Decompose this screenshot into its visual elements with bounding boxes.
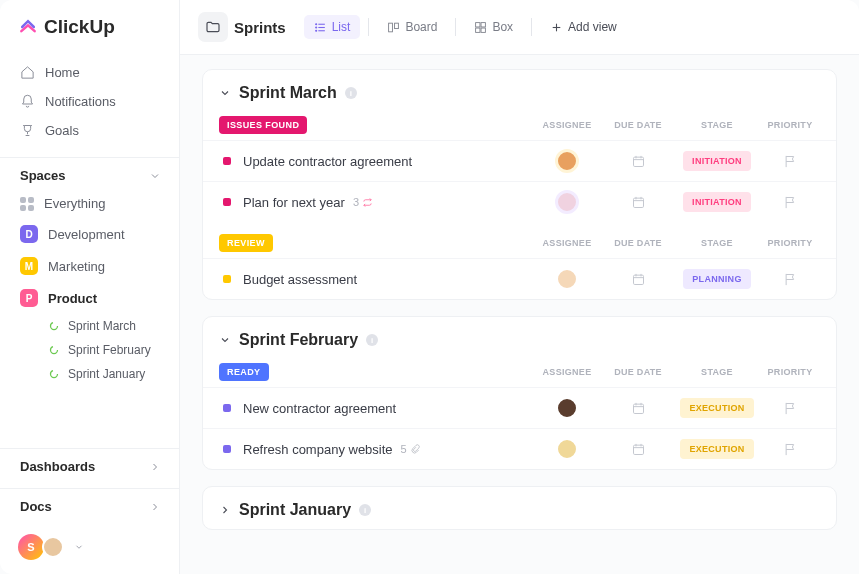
view-tab-board[interactable]: Board — [377, 15, 447, 39]
view-tab-list[interactable]: List — [304, 15, 361, 39]
sprint-icon — [48, 368, 60, 380]
task-assignee[interactable] — [532, 396, 602, 420]
sprint-header[interactable]: Sprint January i — [203, 487, 836, 529]
task-priority[interactable] — [760, 154, 820, 169]
task-assignee[interactable] — [532, 190, 602, 214]
sub-sprint-january[interactable]: Sprint January — [38, 362, 179, 386]
task-due[interactable] — [602, 195, 674, 210]
view-tab-add[interactable]: Add view — [540, 15, 627, 39]
task-priority[interactable] — [760, 195, 820, 210]
task-due[interactable] — [602, 401, 674, 416]
task-priority[interactable] — [760, 401, 820, 416]
info-icon[interactable]: i — [345, 87, 357, 99]
svg-rect-33 — [633, 445, 643, 454]
status-pill[interactable]: ISSUES FOUND — [219, 116, 307, 134]
task-due[interactable] — [602, 272, 674, 287]
task-row[interactable]: Plan for next year3 INITIATION — [203, 181, 836, 222]
repeat-icon — [362, 197, 373, 208]
spaces-header-label: Spaces — [20, 168, 66, 183]
task-row[interactable]: Refresh company website5 EXECUTION — [203, 428, 836, 469]
info-icon[interactable]: i — [366, 334, 378, 346]
task-stage[interactable]: PLANNING — [674, 269, 760, 289]
app-name: ClickUp — [44, 16, 115, 38]
logo[interactable]: ClickUp — [0, 0, 179, 54]
task-assignee[interactable] — [532, 437, 602, 461]
col-priority: PRIORITY — [760, 238, 820, 248]
task-row[interactable]: Update contractor agreement INITIATION — [203, 140, 836, 181]
task-status-square[interactable] — [223, 445, 231, 453]
avatar — [555, 190, 579, 214]
svg-rect-10 — [395, 23, 399, 28]
nav-notifications[interactable]: Notifications — [10, 87, 169, 116]
space-marketing[interactable]: M Marketing — [0, 250, 179, 282]
svg-point-7 — [315, 26, 316, 27]
space-product[interactable]: P Product — [0, 282, 179, 314]
sprint-header[interactable]: Sprint February i — [203, 317, 836, 359]
svg-point-2 — [51, 371, 58, 378]
sprint-card: Sprint February i READY ASSIGNEE DUE DAT… — [202, 316, 837, 470]
info-icon[interactable]: i — [359, 504, 371, 516]
nav-home-label: Home — [45, 65, 80, 80]
svg-rect-17 — [633, 157, 643, 166]
sub-sprint-february[interactable]: Sprint February — [38, 338, 179, 362]
sprint-title: Sprint March — [239, 84, 337, 102]
flag-icon — [783, 195, 798, 210]
grid-icon — [20, 197, 34, 211]
col-stage: STAGE — [674, 367, 760, 377]
task-assignee[interactable] — [532, 149, 602, 173]
view-tab-box[interactable]: Box — [464, 15, 523, 39]
docs-header[interactable]: Docs — [0, 488, 179, 520]
attach-icon — [410, 444, 421, 455]
sprint-icon — [48, 320, 60, 332]
svg-rect-13 — [476, 28, 480, 32]
task-status-square[interactable] — [223, 275, 231, 283]
spaces-header[interactable]: Spaces — [0, 157, 179, 189]
stage-pill: INITIATION — [683, 192, 751, 212]
space-product-label: Product — [48, 291, 97, 306]
task-due[interactable] — [602, 154, 674, 169]
task-status-square[interactable] — [223, 198, 231, 206]
task-name: Update contractor agreement — [243, 154, 532, 169]
calendar-icon — [631, 272, 646, 287]
group-header: ISSUES FOUND ASSIGNEE DUE DATE STAGE PRI… — [203, 112, 836, 140]
space-badge-p: P — [20, 289, 38, 307]
chevron-down-icon — [74, 542, 84, 552]
task-stage[interactable]: EXECUTION — [674, 398, 760, 418]
view-tab-add-label: Add view — [568, 20, 617, 34]
flag-icon — [783, 442, 798, 457]
sub-sprint-march[interactable]: Sprint March — [38, 314, 179, 338]
task-assignee[interactable] — [532, 267, 602, 291]
nav-goals[interactable]: Goals — [10, 116, 169, 145]
divider — [531, 18, 532, 36]
task-status-square[interactable] — [223, 157, 231, 165]
task-due[interactable] — [602, 442, 674, 457]
sub-sprint-february-label: Sprint February — [68, 343, 151, 357]
dashboards-header[interactable]: Dashboards — [0, 448, 179, 480]
space-everything[interactable]: Everything — [0, 189, 179, 218]
task-row[interactable]: Budget assessment PLANNING — [203, 258, 836, 299]
col-due: DUE DATE — [602, 238, 674, 248]
task-stage[interactable]: INITIATION — [674, 151, 760, 171]
task-stage[interactable]: EXECUTION — [674, 439, 760, 459]
status-pill[interactable]: READY — [219, 363, 269, 381]
space-development[interactable]: D Development — [0, 218, 179, 250]
sprint-header[interactable]: Sprint March i — [203, 70, 836, 112]
nav-home[interactable]: Home — [10, 58, 169, 87]
task-stage[interactable]: INITIATION — [674, 192, 760, 212]
task-status-square[interactable] — [223, 404, 231, 412]
task-priority[interactable] — [760, 272, 820, 287]
folder-icon-box[interactable] — [198, 12, 228, 42]
user-avatar-photo — [42, 536, 64, 558]
calendar-icon — [631, 401, 646, 416]
space-marketing-label: Marketing — [48, 259, 105, 274]
view-tab-box-label: Box — [492, 20, 513, 34]
clickup-logo-icon — [18, 17, 38, 37]
svg-rect-11 — [476, 22, 480, 26]
task-priority[interactable] — [760, 442, 820, 457]
flag-icon — [783, 272, 798, 287]
task-row[interactable]: New contractor agreement EXECUTION — [203, 387, 836, 428]
user-row[interactable]: S — [0, 520, 179, 574]
space-everything-label: Everything — [44, 196, 105, 211]
status-pill[interactable]: REVIEW — [219, 234, 273, 252]
svg-rect-25 — [633, 275, 643, 284]
